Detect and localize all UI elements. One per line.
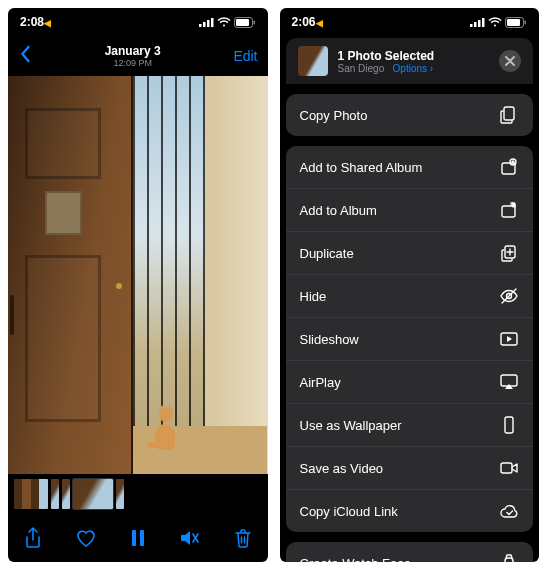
back-button[interactable] bbox=[18, 45, 32, 67]
cellular-signal-icon bbox=[199, 17, 214, 27]
status-bar: 2:06◀ bbox=[280, 8, 540, 36]
svg-rect-11 bbox=[478, 20, 481, 27]
shared-album-icon bbox=[499, 157, 519, 177]
wifi-icon bbox=[488, 17, 502, 27]
svg-rect-24 bbox=[505, 417, 513, 433]
action-wallpaper[interactable]: Use as Wallpaper bbox=[286, 404, 534, 447]
action-label: Slideshow bbox=[300, 332, 359, 347]
action-label: Copy iCloud Link bbox=[300, 504, 398, 519]
svg-rect-1 bbox=[203, 22, 206, 27]
svg-rect-5 bbox=[236, 19, 249, 26]
mute-button[interactable] bbox=[179, 529, 199, 547]
trash-icon bbox=[234, 528, 252, 548]
cellular-signal-icon bbox=[470, 17, 485, 27]
airplay-icon bbox=[499, 372, 519, 392]
action-album[interactable]: Add to Album bbox=[286, 189, 534, 232]
status-icons bbox=[199, 17, 256, 28]
action-label: AirPlay bbox=[300, 375, 341, 390]
duplicate-icon bbox=[499, 243, 519, 263]
action-label: Create Watch Face bbox=[300, 556, 412, 563]
filmstrip[interactable] bbox=[8, 474, 268, 514]
pause-icon bbox=[131, 530, 145, 546]
delete-button[interactable] bbox=[234, 528, 252, 548]
thumb-selected[interactable] bbox=[73, 479, 113, 509]
share-header-text: 1 Photo Selected San Diego Options › bbox=[338, 49, 435, 74]
bottom-toolbar bbox=[8, 514, 268, 562]
share-sheet-header: 1 Photo Selected San Diego Options › bbox=[286, 38, 534, 84]
action-duplicate[interactable]: Duplicate bbox=[286, 232, 534, 275]
wallpaper-icon bbox=[499, 415, 519, 435]
share-sheet-screen: 2:06◀ 1 Photo Selected San Diego Options… bbox=[280, 8, 540, 562]
battery-icon bbox=[505, 17, 527, 28]
share-options-button[interactable]: Options › bbox=[393, 63, 434, 74]
share-location: San Diego bbox=[338, 63, 385, 74]
video-icon bbox=[499, 458, 519, 478]
action-airplay[interactable]: AirPlay bbox=[286, 361, 534, 404]
svg-rect-2 bbox=[207, 20, 210, 27]
status-time: 2:08◀ bbox=[20, 15, 51, 29]
thumb[interactable] bbox=[62, 479, 70, 509]
thumb[interactable] bbox=[116, 479, 124, 509]
heart-icon bbox=[76, 529, 96, 547]
photo-viewport[interactable] bbox=[8, 76, 268, 474]
share-title: 1 Photo Selected bbox=[338, 49, 435, 63]
pause-button[interactable] bbox=[131, 530, 145, 546]
svg-rect-14 bbox=[507, 19, 520, 26]
nav-bar: January 3 12:09 PM Edit bbox=[8, 36, 268, 76]
album-icon bbox=[499, 200, 519, 220]
close-button[interactable] bbox=[499, 50, 521, 72]
action-icloud[interactable]: Copy iCloud Link bbox=[286, 490, 534, 532]
action-video[interactable]: Save as Video bbox=[286, 447, 534, 490]
svg-rect-10 bbox=[474, 22, 477, 27]
action-label: Use as Wallpaper bbox=[300, 418, 402, 433]
share-thumbnail bbox=[298, 46, 328, 76]
svg-rect-7 bbox=[132, 530, 136, 546]
thumb-group[interactable] bbox=[14, 479, 48, 509]
hide-icon bbox=[499, 286, 519, 306]
action-group: Copy Photo bbox=[286, 94, 534, 136]
watch-icon bbox=[499, 553, 519, 562]
edit-button[interactable]: Edit bbox=[233, 48, 257, 64]
nav-subtitle: 12:09 PM bbox=[32, 58, 233, 68]
now-playing-indicator-icon: ◀ bbox=[316, 18, 323, 28]
status-icons bbox=[470, 17, 527, 28]
share-sheet-actions[interactable]: Copy Photo Add to Shared Album Add to Al… bbox=[280, 84, 540, 562]
action-label: Hide bbox=[300, 289, 327, 304]
favorite-button[interactable] bbox=[76, 529, 96, 547]
nav-title: January 3 bbox=[32, 44, 233, 58]
action-watch[interactable]: Create Watch Face bbox=[286, 542, 534, 562]
icloud-icon bbox=[499, 501, 519, 521]
action-label: Add to Shared Album bbox=[300, 160, 423, 175]
status-bar: 2:08◀ bbox=[8, 8, 268, 36]
copy-icon bbox=[499, 105, 519, 125]
status-time: 2:06◀ bbox=[292, 15, 323, 29]
share-icon bbox=[24, 527, 42, 549]
battery-icon bbox=[234, 17, 256, 28]
wifi-icon bbox=[217, 17, 231, 27]
svg-rect-0 bbox=[199, 24, 202, 27]
thumb[interactable] bbox=[51, 479, 59, 509]
svg-rect-25 bbox=[501, 463, 512, 473]
photos-app-viewer: 2:08◀ January 3 12:09 PM Edit bbox=[8, 8, 268, 562]
share-button[interactable] bbox=[24, 527, 42, 549]
chevron-left-icon bbox=[18, 45, 32, 63]
slideshow-icon bbox=[499, 329, 519, 349]
action-group: Add to Shared Album Add to Album Duplica… bbox=[286, 146, 534, 532]
chevron-right-icon: › bbox=[430, 63, 433, 74]
svg-rect-9 bbox=[470, 24, 473, 27]
action-label: Add to Album bbox=[300, 203, 377, 218]
action-label: Duplicate bbox=[300, 246, 354, 261]
action-copy[interactable]: Copy Photo bbox=[286, 94, 534, 136]
svg-rect-15 bbox=[525, 20, 527, 24]
svg-rect-6 bbox=[253, 20, 255, 24]
close-icon bbox=[505, 56, 515, 66]
action-slideshow[interactable]: Slideshow bbox=[286, 318, 534, 361]
speaker-muted-icon bbox=[179, 529, 199, 547]
cat-subject bbox=[151, 408, 183, 450]
action-hide[interactable]: Hide bbox=[286, 275, 534, 318]
svg-rect-8 bbox=[140, 530, 144, 546]
action-shared-album[interactable]: Add to Shared Album bbox=[286, 146, 534, 189]
action-label: Save as Video bbox=[300, 461, 384, 476]
nav-title-area: January 3 12:09 PM bbox=[32, 44, 233, 68]
action-label: Copy Photo bbox=[300, 108, 368, 123]
